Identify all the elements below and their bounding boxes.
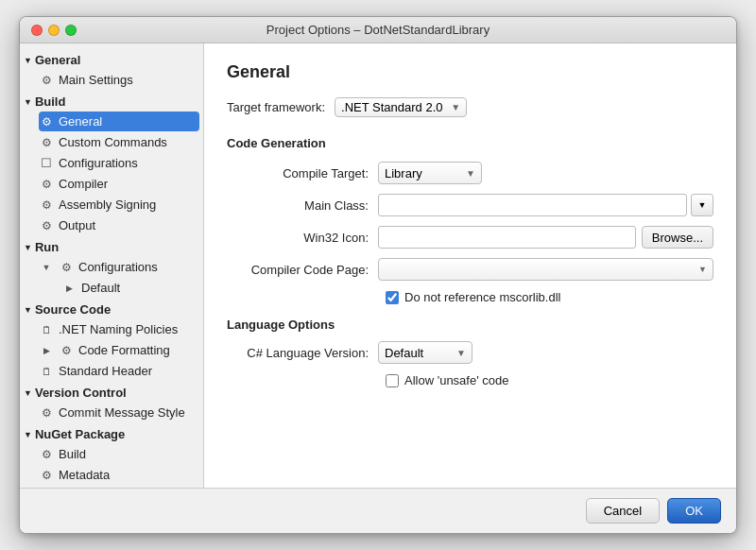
gear-icon [39,198,54,212]
triangle-icon: ▼ [24,388,32,398]
page-title: General [227,62,713,82]
main-class-row: Main Class: ▼ [227,194,713,216]
main-class-input[interactable] [378,194,687,216]
sidebar-item-compiler-label: Compiler [59,177,108,191]
sidebar-item-code-formatting[interactable]: ▶ Code Formatting [39,340,199,360]
footer: Cancel OK [20,488,736,533]
language-options-header: Language Options [227,318,713,332]
sidebar-group-general-label: General [35,53,80,67]
gear-icon [39,178,54,191]
sidebar-item-output-label: Output [59,218,95,232]
ok-button[interactable]: OK [667,498,721,524]
maximize-button[interactable] [65,25,77,36]
content-area: ▼ General Main Settings ▼ Build General [20,43,736,488]
csharp-version-row: C# Language Version: Default ▼ [227,341,713,364]
win32-icon-label: Win32 Icon: [227,231,378,245]
sidebar-item-main-settings[interactable]: Main Settings [39,70,199,90]
sidebar-item-build-general-label: General [59,114,102,129]
sidebar-item-commit-message[interactable]: Commit Message Style [39,403,199,422]
triangle-icon: ▼ [24,56,32,65]
win32-icon-input[interactable] [378,226,636,249]
gear-icon [59,344,74,357]
sidebar-group-run-label: Run [35,240,59,254]
sidebar-item-run-configurations-label: Configurations [78,260,158,274]
target-framework-dropdown[interactable]: .NET Standard 2.0 ▼ [335,97,467,117]
sidebar-item-custom-commands-label: Custom Commands [59,135,167,149]
unsafe-code-label: Allow 'unsafe' code [404,373,508,387]
sidebar: ▼ General Main Settings ▼ Build General [20,43,204,488]
csharp-version-dropdown[interactable]: Default ▼ [378,341,472,364]
close-button[interactable] [31,25,43,36]
sidebar-item-net-naming-label: .NET Naming Policies [59,322,178,336]
code-generation-header: Code Generation [227,136,713,150]
mscorlib-checkbox[interactable] [386,291,399,304]
unsafe-code-row: Allow 'unsafe' code [386,373,713,387]
triangle-icon: ▼ [24,305,32,315]
sidebar-group-general[interactable]: ▼ General [20,49,203,69]
compile-target-label: Compile Target: [227,166,378,180]
compiler-code-page-dropdown[interactable]: ▼ [378,258,713,281]
mscorlib-label: Do not reference mscorlib.dll [404,290,560,304]
gear-icon [39,115,54,129]
sidebar-item-default[interactable]: ▶ Default [39,278,199,298]
chevron-down-icon: ▼ [466,168,475,179]
doc-icon: 🗒 [39,324,54,335]
checkbox-icon: ☐ [39,156,54,170]
compile-target-dropdown[interactable]: Library ▼ [378,162,482,184]
chevron-down-icon: ▼ [451,102,460,112]
sidebar-group-build[interactable]: ▼ Build [20,91,203,111]
main-class-label: Main Class: [227,198,378,213]
expand-icon: ▼ [39,263,54,272]
sidebar-group-version-control[interactable]: ▼ Version Control [20,382,203,402]
sidebar-item-compiler[interactable]: Compiler [39,174,199,194]
main-class-dropdown[interactable]: ▼ [691,194,713,216]
sidebar-item-nuget-metadata[interactable]: Metadata [39,465,199,485]
sidebar-item-nuget-metadata-label: Metadata [59,468,110,482]
sidebar-item-custom-commands[interactable]: Custom Commands [39,132,199,152]
sidebar-item-build-general[interactable]: General [39,112,199,131]
sidebar-item-standard-header-label: Standard Header [59,364,152,378]
gear-icon [39,136,54,149]
window-controls [31,25,77,36]
sidebar-item-output[interactable]: Output [39,215,199,235]
main-panel: General Target framework: .NET Standard … [204,43,736,488]
sidebar-item-default-label: Default [81,281,120,295]
triangle-icon: ▼ [24,97,32,107]
sidebar-group-run[interactable]: ▼ Run [20,236,203,256]
sidebar-general-children: Main Settings [20,70,203,90]
target-framework-value: .NET Standard 2.0 [341,100,442,114]
triangle-icon: ▼ [24,430,32,439]
sidebar-group-build-label: Build [35,95,66,109]
minimize-button[interactable] [48,25,60,36]
sidebar-group-source-code[interactable]: ▼ Source Code [20,299,203,318]
sidebar-item-standard-header[interactable]: 🗒 Standard Header [39,361,199,381]
gear-icon [39,406,54,420]
sidebar-item-nuget-build[interactable]: Build [39,444,199,464]
browse-button[interactable]: Browse... [642,226,713,249]
csharp-version-value: Default [385,346,423,360]
triangle-expand-icon: ▶ [39,346,54,355]
titlebar: Project Options – DotNetStandardLibrary [20,17,736,43]
sidebar-item-net-naming[interactable]: 🗒 .NET Naming Policies [39,319,199,339]
sidebar-item-code-formatting-label: Code Formatting [78,343,170,357]
gear-icon [59,261,74,274]
framework-row: Target framework: .NET Standard 2.0 ▼ [227,97,713,117]
unsafe-code-checkbox[interactable] [386,374,399,387]
main-window: Project Options – DotNetStandardLibrary … [19,16,737,534]
sidebar-item-configurations[interactable]: ☐ Configurations [39,153,199,173]
triangle-icon: ▼ [24,243,32,252]
doc-icon: 🗒 [39,366,54,377]
compile-target-row: Compile Target: Library ▼ [227,162,713,184]
compile-target-value: Library [385,166,422,180]
sidebar-item-assembly-signing[interactable]: Assembly Signing [39,195,199,215]
sidebar-group-nuget[interactable]: ▼ NuGet Package [20,423,203,443]
sidebar-item-run-configurations[interactable]: ▼ Configurations [39,257,199,277]
gear-icon [39,74,54,87]
sidebar-group-source-code-label: Source Code [35,302,111,317]
chevron-down-icon: ▼ [698,200,707,210]
chevron-down-icon: ▼ [456,348,466,358]
chevron-down-icon: ▼ [698,265,707,274]
cancel-button[interactable]: Cancel [586,498,660,524]
sidebar-run-children: ▼ Configurations ▶ Default [20,257,203,298]
compiler-code-page-row: Compiler Code Page: ▼ [227,258,713,281]
